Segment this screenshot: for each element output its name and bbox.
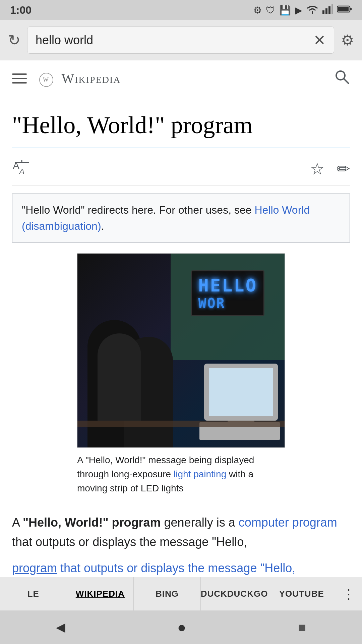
svg-text:A: A	[13, 160, 19, 171]
wiki-search-button[interactable]	[334, 69, 350, 89]
image-caption: A "Hello, World!" message being displaye…	[77, 448, 285, 501]
status-time: 1:00	[10, 4, 32, 16]
body-text-bold: "Hello, World!" program	[23, 516, 161, 529]
hamburger-line	[12, 73, 27, 75]
disambig-end: .	[101, 220, 104, 232]
more-menu-button[interactable]: ⋮	[335, 586, 362, 602]
article-body-paragraph: A "Hello, World!" program generally is a…	[12, 513, 350, 551]
led-hello-text: HELLO	[198, 275, 257, 296]
wikipedia-logo[interactable]: W Wikipedia	[39, 70, 121, 87]
url-bar[interactable]: hello world ✕	[27, 26, 334, 54]
svg-line-10	[344, 79, 349, 84]
tab-youtube[interactable]: YOUTUBE	[268, 577, 335, 610]
body-text-part1: A	[12, 516, 23, 529]
article-image: HELLO WOR	[77, 253, 285, 448]
svg-rect-6	[338, 7, 349, 11]
settings-status-icon: ⚙	[253, 5, 262, 16]
recents-button[interactable]: ■	[298, 620, 306, 635]
svg-rect-2	[328, 6, 330, 14]
play-status-icon: ▶	[295, 5, 302, 16]
hamburger-menu-button[interactable]	[12, 73, 27, 84]
article-image-container: HELLO WOR A "Hello, World!" message bei	[70, 253, 292, 501]
translate-button[interactable]: A A	[12, 159, 32, 178]
wiki-navigation: W Wikipedia	[0, 60, 362, 97]
body-text-part2: generally is a	[161, 516, 239, 529]
article-title: "Hello, World!" program	[12, 111, 350, 148]
shield-status-icon: 🛡	[266, 5, 275, 16]
hamburger-line	[12, 82, 27, 84]
article-content: "Hello, World!" program A A ☆ ✏ "Hello W…	[0, 97, 362, 644]
body-link-program[interactable]: program	[12, 561, 57, 575]
body-text-part3: that outputs or displays the message "He…	[12, 535, 247, 549]
svg-text:W: W	[43, 76, 50, 83]
tab-le[interactable]: LE	[0, 577, 67, 610]
home-button[interactable]: ●	[177, 619, 186, 636]
wiki-nav-left: W Wikipedia	[12, 70, 121, 87]
browser-settings-button[interactable]: ⚙	[341, 32, 354, 49]
battery-icon	[337, 5, 352, 15]
edit-button[interactable]: ✏	[337, 159, 350, 178]
star-button[interactable]: ☆	[310, 159, 324, 178]
image-scene: HELLO WOR	[77, 254, 285, 447]
disambig-text: "Hello World" redirects here. For other …	[22, 204, 254, 216]
url-text: hello world	[36, 33, 308, 47]
status-bar: 1:00 ⚙ 🛡 💾 ▶	[0, 0, 362, 20]
tab-wikipedia[interactable]: WIKIPEDIA	[67, 577, 134, 610]
svg-rect-1	[325, 8, 327, 14]
status-icons: ⚙ 🛡 💾 ▶	[253, 4, 352, 16]
article-tool-group: ☆ ✏	[310, 159, 350, 178]
disambiguation-box: "Hello World" redirects here. For other …	[12, 194, 350, 243]
svg-rect-5	[350, 8, 352, 10]
article-tools: A A ☆ ✏	[12, 159, 350, 185]
led-display: HELLO WOR	[191, 270, 264, 316]
storage-status-icon: 💾	[279, 5, 291, 16]
body-link-computer-program[interactable]: computer program	[239, 516, 337, 529]
bottom-nav-tabs: LE WIKIPEDIA BING DUCKDUCKGO YOUTUBE	[0, 577, 335, 610]
hamburger-line	[12, 78, 27, 79]
caption-link-1[interactable]: light painting	[174, 469, 226, 479]
tab-bing[interactable]: BING	[134, 577, 201, 610]
svg-rect-0	[322, 10, 324, 14]
tab-duckduckgo[interactable]: DUCKDUCKGO	[201, 577, 268, 610]
body-text-extra: that outputs or displays the message "He…	[57, 561, 295, 575]
back-button[interactable]: ◀	[56, 620, 65, 634]
refresh-button[interactable]: ↻	[8, 32, 20, 49]
led-world-text: WOR	[198, 296, 257, 311]
close-button[interactable]: ✕	[313, 32, 326, 49]
wikipedia-logo-text: Wikipedia	[62, 71, 121, 86]
signal-icon	[322, 4, 333, 16]
wifi-icon	[306, 4, 318, 16]
svg-text:A: A	[19, 167, 24, 175]
svg-rect-3	[331, 4, 333, 14]
browser-bar: ↻ hello world ✕ ⚙	[0, 20, 362, 60]
bottom-nav-bar: LE WIKIPEDIA BING DUCKDUCKGO YOUTUBE ⋮	[0, 577, 362, 610]
android-nav-bar: ◀ ● ■	[0, 610, 362, 644]
article-body-paragraph-2: program that outputs or displays the mes…	[12, 558, 350, 578]
